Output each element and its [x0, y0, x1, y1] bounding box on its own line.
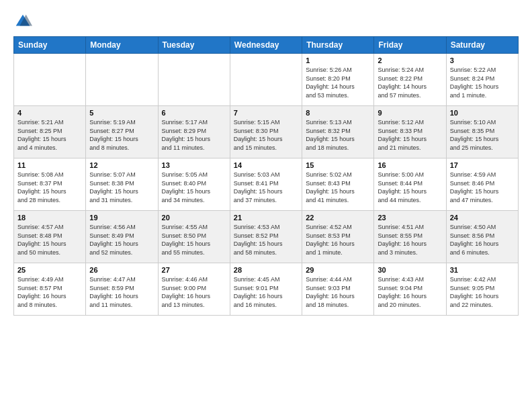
- calendar-cell: 14Sunrise: 5:03 AM Sunset: 8:41 PM Dayli…: [230, 158, 302, 211]
- day-number: 25: [17, 266, 82, 274]
- calendar-cell: 3Sunrise: 5:22 AM Sunset: 8:24 PM Daylig…: [446, 54, 518, 106]
- calendar-cell: [230, 54, 302, 106]
- calendar-cell: 26Sunrise: 4:47 AM Sunset: 8:59 PM Dayli…: [86, 263, 158, 316]
- day-number: 13: [162, 161, 226, 169]
- calendar-cell: [158, 54, 230, 106]
- calendar-cell: 30Sunrise: 4:43 AM Sunset: 9:04 PM Dayli…: [374, 263, 446, 316]
- calendar-cell: 22Sunrise: 4:52 AM Sunset: 8:53 PM Dayli…: [302, 211, 374, 263]
- day-number: 14: [234, 161, 298, 169]
- day-info: Sunrise: 4:57 AM Sunset: 8:48 PM Dayligh…: [17, 223, 82, 257]
- calendar-cell: 15Sunrise: 5:02 AM Sunset: 8:43 PM Dayli…: [302, 158, 374, 211]
- calendar-cell: 11Sunrise: 5:08 AM Sunset: 8:37 PM Dayli…: [14, 158, 86, 211]
- weekday-header-tuesday: Tuesday: [158, 37, 230, 54]
- day-number: 22: [306, 214, 370, 222]
- calendar-cell: 21Sunrise: 4:53 AM Sunset: 8:52 PM Dayli…: [230, 211, 302, 263]
- calendar-cell: 9Sunrise: 5:12 AM Sunset: 8:33 PM Daylig…: [374, 106, 446, 158]
- calendar-cell: 8Sunrise: 5:13 AM Sunset: 8:32 PM Daylig…: [302, 106, 374, 158]
- day-info: Sunrise: 5:08 AM Sunset: 8:37 PM Dayligh…: [17, 171, 82, 204]
- weekday-header-sunday: Sunday: [14, 37, 86, 54]
- day-number: 24: [450, 214, 515, 222]
- day-number: 19: [89, 214, 154, 222]
- calendar-cell: [86, 54, 158, 106]
- calendar: SundayMondayTuesdayWednesdayThursdayFrid…: [13, 36, 519, 316]
- weekday-header-thursday: Thursday: [302, 37, 374, 54]
- calendar-cell: 29Sunrise: 4:44 AM Sunset: 9:03 PM Dayli…: [302, 263, 374, 316]
- calendar-cell: 24Sunrise: 4:50 AM Sunset: 8:56 PM Dayli…: [446, 211, 518, 263]
- day-info: Sunrise: 5:02 AM Sunset: 8:43 PM Dayligh…: [306, 171, 370, 204]
- calendar-cell: 5Sunrise: 5:19 AM Sunset: 8:27 PM Daylig…: [86, 106, 158, 158]
- day-number: 4: [17, 109, 82, 117]
- calendar-week-3: 18Sunrise: 4:57 AM Sunset: 8:48 PM Dayli…: [14, 211, 519, 263]
- calendar-week-1: 4Sunrise: 5:21 AM Sunset: 8:25 PM Daylig…: [14, 106, 519, 158]
- header: [13, 12, 519, 31]
- calendar-cell: [14, 54, 86, 106]
- day-info: Sunrise: 5:24 AM Sunset: 8:22 PM Dayligh…: [378, 66, 442, 99]
- day-number: 1: [306, 56, 370, 64]
- day-number: 26: [89, 266, 154, 274]
- weekday-header-friday: Friday: [374, 37, 446, 54]
- day-number: 17: [450, 161, 515, 169]
- day-info: Sunrise: 4:44 AM Sunset: 9:03 PM Dayligh…: [306, 275, 370, 309]
- calendar-cell: 20Sunrise: 4:55 AM Sunset: 8:50 PM Dayli…: [158, 211, 230, 263]
- day-info: Sunrise: 5:12 AM Sunset: 8:33 PM Dayligh…: [378, 118, 442, 152]
- day-info: Sunrise: 5:22 AM Sunset: 8:24 PM Dayligh…: [450, 66, 515, 99]
- day-info: Sunrise: 4:47 AM Sunset: 8:59 PM Dayligh…: [89, 275, 154, 309]
- calendar-cell: 16Sunrise: 5:00 AM Sunset: 8:44 PM Dayli…: [374, 158, 446, 211]
- day-number: 8: [306, 109, 370, 117]
- calendar-cell: 28Sunrise: 4:45 AM Sunset: 9:01 PM Dayli…: [230, 263, 302, 316]
- day-number: 2: [378, 56, 442, 64]
- day-info: Sunrise: 4:56 AM Sunset: 8:49 PM Dayligh…: [89, 223, 154, 257]
- calendar-week-0: 1Sunrise: 5:26 AM Sunset: 8:20 PM Daylig…: [14, 54, 519, 106]
- day-info: Sunrise: 4:49 AM Sunset: 8:57 PM Dayligh…: [17, 275, 82, 309]
- day-info: Sunrise: 4:46 AM Sunset: 9:00 PM Dayligh…: [162, 275, 226, 309]
- day-number: 28: [234, 266, 298, 274]
- day-info: Sunrise: 5:00 AM Sunset: 8:44 PM Dayligh…: [378, 171, 442, 204]
- day-number: 15: [306, 161, 370, 169]
- logo-icon: [13, 12, 32, 31]
- day-info: Sunrise: 5:13 AM Sunset: 8:32 PM Dayligh…: [306, 118, 370, 152]
- day-info: Sunrise: 4:45 AM Sunset: 9:01 PM Dayligh…: [234, 275, 298, 309]
- day-number: 10: [450, 109, 515, 117]
- day-number: 30: [378, 266, 442, 274]
- calendar-cell: 17Sunrise: 4:59 AM Sunset: 8:46 PM Dayli…: [446, 158, 518, 211]
- page: SundayMondayTuesdayWednesdayThursdayFrid…: [0, 0, 532, 411]
- day-info: Sunrise: 5:05 AM Sunset: 8:40 PM Dayligh…: [162, 171, 226, 204]
- day-info: Sunrise: 5:17 AM Sunset: 8:29 PM Dayligh…: [162, 118, 226, 152]
- calendar-cell: 27Sunrise: 4:46 AM Sunset: 9:00 PM Dayli…: [158, 263, 230, 316]
- day-info: Sunrise: 5:15 AM Sunset: 8:30 PM Dayligh…: [234, 118, 298, 152]
- day-info: Sunrise: 4:42 AM Sunset: 9:05 PM Dayligh…: [450, 275, 515, 309]
- day-info: Sunrise: 5:10 AM Sunset: 8:35 PM Dayligh…: [450, 118, 515, 152]
- day-number: 31: [450, 266, 515, 274]
- day-info: Sunrise: 5:03 AM Sunset: 8:41 PM Dayligh…: [234, 171, 298, 204]
- calendar-header-row: SundayMondayTuesdayWednesdayThursdayFrid…: [14, 37, 519, 54]
- day-number: 7: [234, 109, 298, 117]
- day-info: Sunrise: 5:26 AM Sunset: 8:20 PM Dayligh…: [306, 66, 370, 99]
- day-number: 11: [17, 161, 82, 169]
- calendar-cell: 23Sunrise: 4:51 AM Sunset: 8:55 PM Dayli…: [374, 211, 446, 263]
- calendar-cell: 4Sunrise: 5:21 AM Sunset: 8:25 PM Daylig…: [14, 106, 86, 158]
- day-info: Sunrise: 4:53 AM Sunset: 8:52 PM Dayligh…: [234, 223, 298, 257]
- day-number: 3: [450, 56, 515, 64]
- day-number: 5: [89, 109, 154, 117]
- day-info: Sunrise: 4:43 AM Sunset: 9:04 PM Dayligh…: [378, 275, 442, 309]
- calendar-cell: 19Sunrise: 4:56 AM Sunset: 8:49 PM Dayli…: [86, 211, 158, 263]
- logo: [13, 12, 35, 31]
- calendar-cell: 13Sunrise: 5:05 AM Sunset: 8:40 PM Dayli…: [158, 158, 230, 211]
- calendar-cell: 25Sunrise: 4:49 AM Sunset: 8:57 PM Dayli…: [14, 263, 86, 316]
- day-number: 12: [89, 161, 154, 169]
- day-number: 6: [162, 109, 226, 117]
- calendar-cell: 10Sunrise: 5:10 AM Sunset: 8:35 PM Dayli…: [446, 106, 518, 158]
- day-info: Sunrise: 4:59 AM Sunset: 8:46 PM Dayligh…: [450, 171, 515, 204]
- day-info: Sunrise: 4:50 AM Sunset: 8:56 PM Dayligh…: [450, 223, 515, 257]
- calendar-cell: 2Sunrise: 5:24 AM Sunset: 8:22 PM Daylig…: [374, 54, 446, 106]
- day-info: Sunrise: 5:07 AM Sunset: 8:38 PM Dayligh…: [89, 171, 154, 204]
- day-number: 21: [234, 214, 298, 222]
- day-info: Sunrise: 5:21 AM Sunset: 8:25 PM Dayligh…: [17, 118, 82, 152]
- calendar-cell: 12Sunrise: 5:07 AM Sunset: 8:38 PM Dayli…: [86, 158, 158, 211]
- day-number: 18: [17, 214, 82, 222]
- day-info: Sunrise: 4:55 AM Sunset: 8:50 PM Dayligh…: [162, 223, 226, 257]
- day-number: 23: [378, 214, 442, 222]
- day-info: Sunrise: 4:51 AM Sunset: 8:55 PM Dayligh…: [378, 223, 442, 257]
- weekday-header-monday: Monday: [86, 37, 158, 54]
- day-info: Sunrise: 4:52 AM Sunset: 8:53 PM Dayligh…: [306, 223, 370, 257]
